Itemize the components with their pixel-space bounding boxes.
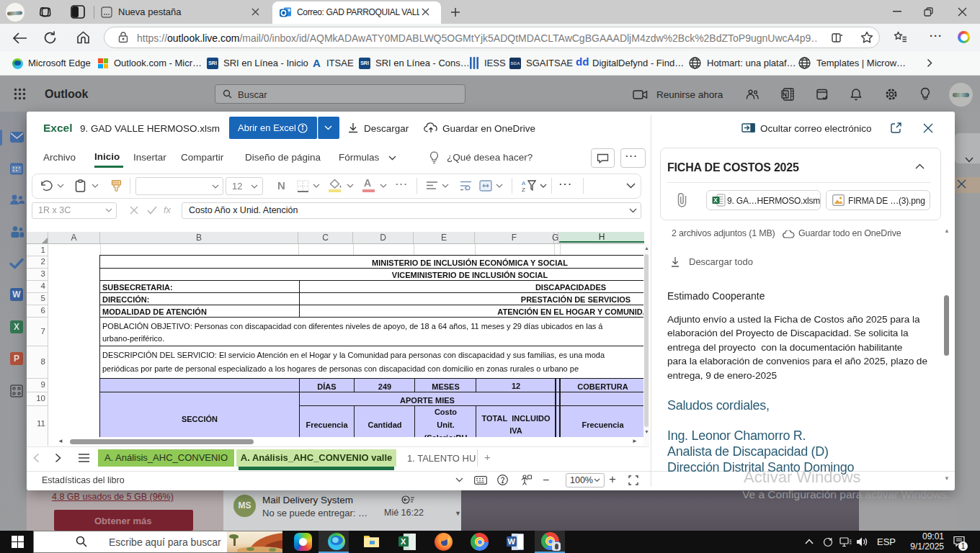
svg-text:W: W [508, 537, 516, 546]
svg-text:X: X [401, 537, 406, 546]
svg-text:Z: Z [522, 186, 525, 192]
svg-text:X: X [713, 197, 718, 204]
svg-text:A: A [522, 180, 526, 186]
